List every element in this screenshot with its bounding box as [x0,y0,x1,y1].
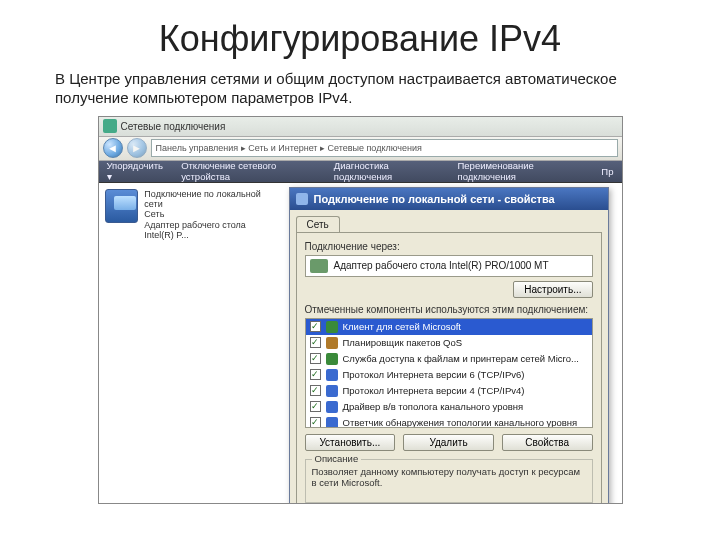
component-label: Клиент для сетей Microsoft [343,321,462,332]
component-icon [326,321,338,333]
explorer-command-bar: Упорядочить ▾ Отключение сетевого устрой… [99,161,622,183]
checkbox[interactable]: ✓ [310,385,321,396]
component-label: Служба доступа к файлам и принтерам сете… [343,353,579,364]
connection-adapter: Адаптер рабочего стола Intel(R) P... [144,220,262,241]
component-row[interactable]: ✓Протокол Интернета версии 6 (TCP/IPv6) [306,367,592,383]
cmd-disable-device[interactable]: Отключение сетевого устройства [181,160,320,182]
lan-adapter-icon [105,189,139,223]
component-row[interactable]: ✓Протокол Интернета версии 4 (TCP/IPv4) [306,383,592,399]
adapter-field: Адаптер рабочего стола Intel(R) PRO/1000… [305,255,593,277]
component-icon [326,385,338,397]
component-icon [326,369,338,381]
component-icon [326,401,338,413]
cmd-organize[interactable]: Упорядочить ▾ [107,160,168,182]
connection-name: Подключение по локальной сети [144,189,262,210]
nav-forward-button[interactable]: ► [127,138,147,158]
checkbox[interactable]: ✓ [310,401,321,412]
component-icon [326,337,338,349]
screenshot-container: Сетевые подключения ◄ ► Панель управлени… [98,116,623,504]
component-row[interactable]: ✓Планировщик пакетов QoS [306,335,592,351]
component-label: Планировщик пакетов QoS [343,337,463,348]
component-label: Драйвер в/в тополога канального уровня [343,401,524,412]
explorer-content: Подключение по локальной сети Сеть Адапт… [99,183,622,503]
components-list[interactable]: ✓Клиент для сетей Microsoft✓Планировщик … [305,318,593,428]
cmd-view[interactable]: Пр [601,166,613,177]
component-row[interactable]: ✓Служба доступа к файлам и принтерам сет… [306,351,592,367]
cmd-rename[interactable]: Переименование подключения [458,160,588,182]
arrow-left-icon: ◄ [107,142,118,154]
checkbox[interactable]: ✓ [310,353,321,364]
component-label: Протокол Интернета версии 4 (TCP/IPv4) [343,385,525,396]
component-icon [326,417,338,428]
connection-properties-dialog: Подключение по локальной сети - свойства… [289,187,609,504]
properties-button[interactable]: Свойства [502,434,593,451]
dialog-titlebar: Подключение по локальной сети - свойства [290,188,608,210]
connection-network: Сеть [144,209,262,219]
component-row[interactable]: ✓Клиент для сетей Microsoft [306,319,592,335]
slide-title: Конфигурирование IPv4 [0,18,720,60]
adapter-icon [310,259,328,273]
checkbox[interactable]: ✓ [310,337,321,348]
explorer-titlebar: Сетевые подключения [99,117,622,137]
description-group: Описание Позволяет данному компьютеру по… [305,459,593,503]
components-label: Отмеченные компоненты используются этим … [305,304,593,315]
explorer-address-bar: ◄ ► Панель управления ▸ Сеть и Интернет … [99,137,622,161]
connect-using-label: Подключение через: [305,241,593,252]
dialog-title-text: Подключение по локальной сети - свойства [314,193,555,205]
breadcrumb[interactable]: Панель управления ▸ Сеть и Интернет ▸ Се… [151,139,618,157]
description-group-label: Описание [312,453,362,464]
connection-text: Подключение по локальной сети Сеть Адапт… [144,189,262,241]
uninstall-button[interactable]: Удалить [403,434,494,451]
checkbox[interactable]: ✓ [310,369,321,380]
tab-network[interactable]: Сеть [296,216,340,232]
dialog-title-icon [296,193,308,205]
component-icon [326,353,338,365]
component-label: Протокол Интернета версии 6 (TCP/IPv6) [343,369,525,380]
configure-button[interactable]: Настроить... [513,281,592,298]
install-button[interactable]: Установить... [305,434,396,451]
checkbox[interactable]: ✓ [310,417,321,428]
dialog-tabs: Сеть [296,216,602,232]
component-row[interactable]: ✓Ответчик обнаружения топологии канально… [306,415,592,428]
dialog-body: Подключение через: Адаптер рабочего стол… [296,232,602,504]
nav-back-button[interactable]: ◄ [103,138,123,158]
explorer-window-title: Сетевые подключения [121,121,226,132]
component-row[interactable]: ✓Драйвер в/в тополога канального уровня [306,399,592,415]
arrow-right-icon: ► [131,142,142,154]
cmd-diagnose[interactable]: Диагностика подключения [334,160,444,182]
adapter-name: Адаптер рабочего стола Intel(R) PRO/1000… [334,260,549,271]
checkbox[interactable]: ✓ [310,321,321,332]
connection-item[interactable]: Подключение по локальной сети Сеть Адапт… [105,189,263,241]
component-label: Ответчик обнаружения топологии канальног… [343,417,578,428]
connection-list: Подключение по локальной сети Сеть Адапт… [99,183,269,503]
slide-body-text: В Центре управления сетями и общим досту… [55,70,665,108]
network-connections-icon [103,119,117,133]
description-text: Позволяет данному компьютеру получать до… [312,466,580,488]
